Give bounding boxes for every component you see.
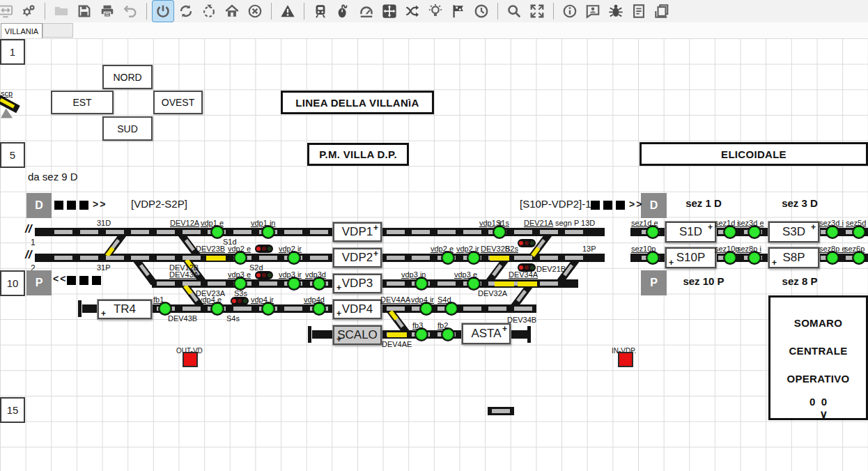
switch-indicator-yellow[interactable] [490,256,509,261]
refresh-dashed-icon[interactable] [199,1,219,22]
station-box-s10p[interactable]: S10P+ [665,247,716,268]
station-box-tr4[interactable]: TR4+ [98,300,152,319]
station-box-s1d[interactable]: S1D+ [665,222,716,242]
direction-marker-p[interactable]: P [26,270,52,295]
track-sensor[interactable] [468,278,479,289]
track-tie [259,256,277,260]
track-sensor[interactable] [827,226,838,238]
track-sensor[interactable] [313,303,325,314]
track-sensor[interactable] [468,252,479,263]
expand-icon[interactable] [527,1,548,22]
track-sensor[interactable] [853,226,865,238]
track-sensor[interactable] [724,252,736,263]
station-box-vdp1[interactable]: VDP1+ [333,222,382,242]
direction-marker-d[interactable]: D [26,193,52,218]
track-tie [387,281,405,286]
track-sensor[interactable] [724,226,736,238]
user-chat-icon[interactable] [582,1,603,22]
station-box-scalo[interactable]: SCALO+ [333,325,382,345]
track-sensor[interactable] [442,329,454,340]
in-vdp-button[interactable] [618,352,633,367]
copies-icon[interactable] [651,1,672,22]
signal[interactable] [255,271,273,279]
undo-icon[interactable] [120,1,141,22]
track-sensor[interactable] [212,226,223,238]
lamp-icon[interactable] [425,1,446,22]
switch-indicator-yellow[interactable] [495,281,514,286]
screen-sync-icon[interactable] [0,1,16,22]
info-icon[interactable] [559,1,580,22]
station-box-s8p[interactable]: S8P+ [768,247,819,268]
track-tie [183,307,201,311]
station-box-s3d[interactable]: S3D+ [768,222,819,242]
track-sensor[interactable] [160,303,171,314]
report-icon[interactable] [628,1,649,22]
track-sensor[interactable] [263,303,274,314]
track-sensor[interactable] [235,278,246,289]
tab-empty[interactable] [42,23,73,38]
station-box-vdp4[interactable]: VDP4+ [333,300,382,319]
track-label: 13P [582,245,596,253]
gauge-icon[interactable] [356,1,377,22]
direction-marker-d[interactable]: D [641,193,667,218]
train-icon[interactable] [310,1,331,22]
track-sensor[interactable] [446,303,457,314]
grid-arrows-icon[interactable] [379,1,400,22]
gears-icon[interactable] [18,1,39,22]
track-sensor[interactable] [263,226,274,238]
checkered-flag-icon[interactable] [448,1,469,22]
shuffle-icon[interactable] [402,1,423,22]
track-sensor[interactable] [442,252,454,263]
print-icon[interactable] [97,1,118,22]
home-icon[interactable] [222,1,242,22]
signal[interactable] [255,245,273,253]
track-sensor[interactable] [494,226,505,238]
mouse-icon[interactable] [333,1,354,22]
zoom-icon[interactable] [504,1,525,22]
compass-nord[interactable]: NORD [102,65,153,89]
track-sensor[interactable] [421,303,432,314]
switch-indicator-yellow[interactable] [206,256,226,261]
track-number: 1 [31,238,36,247]
warning-icon[interactable] [277,1,298,22]
direction-marker-p[interactable]: P [641,270,667,295]
track-label: fb1 [153,295,164,304]
track-sensor[interactable] [749,226,760,238]
track-sensor[interactable] [288,278,300,289]
track-sensor[interactable] [235,252,246,263]
track-tie [131,256,149,260]
track-sensor[interactable] [647,252,658,263]
cancel-icon[interactable] [245,1,265,22]
compass-sud[interactable]: SUD [102,116,153,141]
track-sensor[interactable] [416,278,427,289]
save-icon[interactable] [74,1,95,22]
track-sensor[interactable] [212,303,223,314]
track-sensor[interactable] [853,252,865,263]
track-sensor[interactable] [647,226,658,238]
track-label: DEV32A [478,289,507,298]
switch-indicator-yellow[interactable] [387,332,407,337]
clock-icon[interactable] [471,1,492,22]
track-sensor[interactable] [749,252,760,263]
compass-est[interactable]: EST [51,91,114,114]
switch-indicator-yellow[interactable] [518,281,537,286]
station-box-vdp2[interactable]: VDP2+ [333,248,382,268]
station-box-vdp3[interactable]: VDP3+ [333,274,382,293]
tab-villania[interactable]: VILLANIA [1,23,42,38]
signal[interactable] [518,239,536,247]
restart-icon[interactable] [176,1,196,22]
somaro-control-box[interactable]: SOMARO CENTRALE OPERATIVO 0 0 ∨ [768,295,868,420]
bug-icon[interactable] [605,1,626,22]
out-vd-button[interactable] [183,352,198,367]
signal[interactable] [231,297,249,305]
track-sensor[interactable] [416,329,427,340]
station-box-asta[interactable]: ASTA+ [462,323,511,344]
track-sensor[interactable] [288,252,300,263]
track-sensor[interactable] [827,252,838,263]
track-label: vdp2 ir [456,245,479,253]
open-folder-icon[interactable] [51,1,72,22]
compass-ovest[interactable]: OVEST [153,91,203,114]
power-icon[interactable] [153,1,173,22]
track-sensor[interactable] [313,278,325,289]
buffer-stop [308,326,311,343]
